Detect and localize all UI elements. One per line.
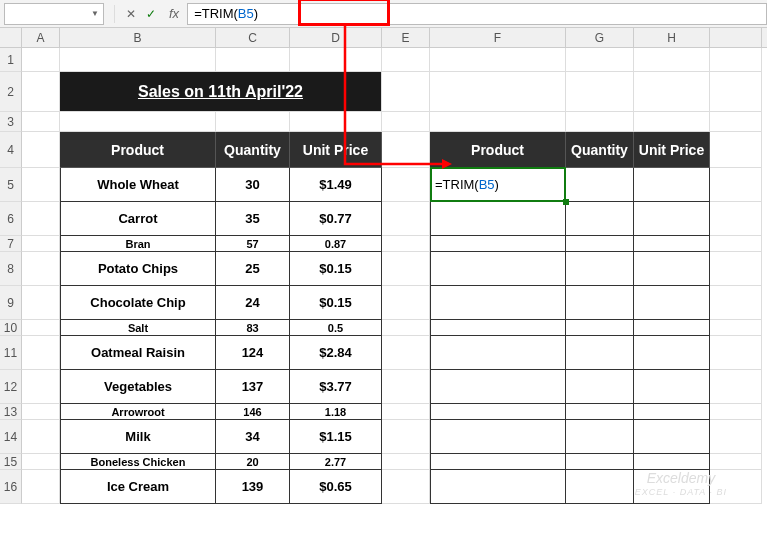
data-cell[interactable]: [566, 320, 634, 336]
row-header[interactable]: 14: [0, 420, 22, 454]
row-header[interactable]: 3: [0, 112, 22, 132]
data-cell[interactable]: 2.77: [290, 454, 382, 470]
title-cell[interactable]: Sales on 11th April'22: [60, 72, 382, 112]
data-cell[interactable]: [566, 470, 634, 504]
cell[interactable]: [382, 454, 430, 470]
data-cell[interactable]: 1.18: [290, 404, 382, 420]
fill-handle[interactable]: [563, 199, 569, 205]
cell[interactable]: [710, 286, 762, 320]
data-cell[interactable]: [634, 236, 710, 252]
cell[interactable]: [216, 112, 290, 132]
col-header[interactable]: F: [430, 28, 566, 48]
data-cell[interactable]: [430, 252, 566, 286]
cell[interactable]: [22, 168, 60, 202]
cell[interactable]: [382, 202, 430, 236]
cell[interactable]: [22, 72, 60, 112]
cell[interactable]: [216, 48, 290, 72]
table-header[interactable]: Product: [60, 132, 216, 168]
data-cell[interactable]: 34: [216, 420, 290, 454]
data-cell[interactable]: [634, 286, 710, 320]
cell[interactable]: [382, 236, 430, 252]
data-cell[interactable]: [430, 202, 566, 236]
cell[interactable]: [382, 420, 430, 454]
data-cell[interactable]: 146: [216, 404, 290, 420]
data-cell[interactable]: [430, 370, 566, 404]
row-header[interactable]: 10: [0, 320, 22, 336]
data-cell[interactable]: [634, 202, 710, 236]
data-cell[interactable]: [566, 236, 634, 252]
data-cell[interactable]: [634, 420, 710, 454]
data-cell[interactable]: $1.15: [290, 420, 382, 454]
data-cell[interactable]: [430, 470, 566, 504]
cell[interactable]: [710, 112, 762, 132]
cell[interactable]: [382, 470, 430, 504]
data-cell[interactable]: 20: [216, 454, 290, 470]
cell[interactable]: [634, 72, 710, 112]
data-cell[interactable]: [430, 286, 566, 320]
data-cell[interactable]: [634, 454, 710, 470]
cell[interactable]: [22, 112, 60, 132]
data-cell[interactable]: [430, 336, 566, 370]
cell[interactable]: [22, 404, 60, 420]
row-header[interactable]: 1: [0, 48, 22, 72]
cell[interactable]: [22, 320, 60, 336]
row-header[interactable]: 15: [0, 454, 22, 470]
cell[interactable]: [60, 48, 216, 72]
col-header[interactable]: C: [216, 28, 290, 48]
data-cell[interactable]: $0.15: [290, 286, 382, 320]
cell[interactable]: [22, 48, 60, 72]
cell[interactable]: [382, 336, 430, 370]
row-header[interactable]: 6: [0, 202, 22, 236]
data-cell[interactable]: [634, 336, 710, 370]
row-header[interactable]: 2: [0, 72, 22, 112]
col-header[interactable]: E: [382, 28, 430, 48]
row-header[interactable]: 7: [0, 236, 22, 252]
data-cell[interactable]: $2.84: [290, 336, 382, 370]
data-cell[interactable]: 0.87: [290, 236, 382, 252]
col-header[interactable]: B: [60, 28, 216, 48]
cell[interactable]: [22, 454, 60, 470]
row-header[interactable]: 16: [0, 470, 22, 504]
cell[interactable]: [710, 470, 762, 504]
cell[interactable]: [430, 72, 566, 112]
data-cell[interactable]: [566, 252, 634, 286]
active-cell[interactable]: =TRIM(B5): [430, 168, 566, 202]
data-cell[interactable]: [634, 168, 710, 202]
cell[interactable]: [710, 454, 762, 470]
cell[interactable]: [710, 202, 762, 236]
data-cell[interactable]: 124: [216, 336, 290, 370]
data-cell[interactable]: 25: [216, 252, 290, 286]
data-cell[interactable]: [430, 420, 566, 454]
row-header[interactable]: 11: [0, 336, 22, 370]
data-cell[interactable]: [566, 336, 634, 370]
cell[interactable]: [710, 252, 762, 286]
row-header[interactable]: 8: [0, 252, 22, 286]
cell[interactable]: [710, 132, 762, 168]
data-cell[interactable]: 24: [216, 286, 290, 320]
cell[interactable]: [430, 112, 566, 132]
data-cell[interactable]: [566, 168, 634, 202]
cell[interactable]: [22, 132, 60, 168]
cell[interactable]: [22, 370, 60, 404]
select-all-corner[interactable]: [0, 28, 22, 48]
data-cell[interactable]: Milk: [60, 420, 216, 454]
row-header[interactable]: 9: [0, 286, 22, 320]
cell[interactable]: [382, 48, 430, 72]
data-cell[interactable]: $3.77: [290, 370, 382, 404]
data-cell[interactable]: [430, 404, 566, 420]
confirm-icon[interactable]: ✓: [141, 7, 161, 21]
cell[interactable]: [382, 370, 430, 404]
cell[interactable]: [710, 404, 762, 420]
cancel-icon[interactable]: ✕: [121, 7, 141, 21]
data-cell[interactable]: Vegetables: [60, 370, 216, 404]
data-cell[interactable]: [566, 420, 634, 454]
row-header[interactable]: 12: [0, 370, 22, 404]
data-cell[interactable]: Arrowroot: [60, 404, 216, 420]
data-cell[interactable]: [430, 320, 566, 336]
cell[interactable]: [430, 48, 566, 72]
data-cell[interactable]: Chocolate Chip: [60, 286, 216, 320]
data-cell[interactable]: Boneless Chicken: [60, 454, 216, 470]
cell[interactable]: [382, 168, 430, 202]
cell[interactable]: [566, 48, 634, 72]
data-cell[interactable]: Potato Chips: [60, 252, 216, 286]
